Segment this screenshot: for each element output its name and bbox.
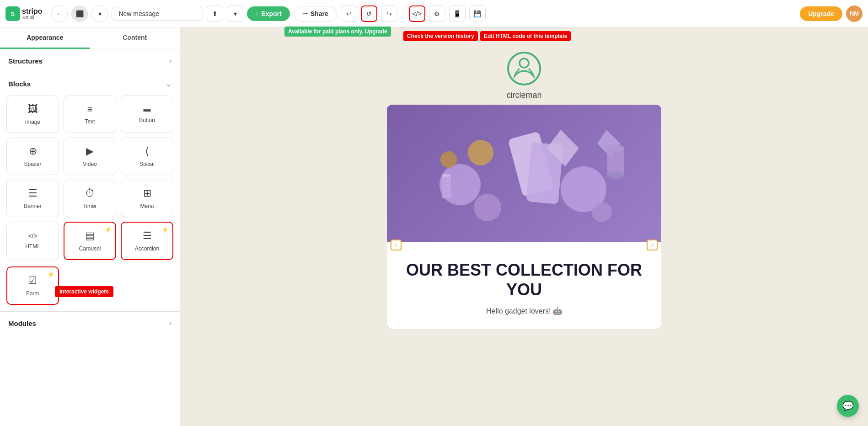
panel-tabs: Appearance Content (0, 27, 180, 49)
chat-button[interactable]: 💬 (837, 395, 859, 417)
email-preview: circleman ⤡ ⤢ (382, 41, 666, 329)
banner-icon: ☰ (28, 187, 38, 199)
toolbar: S stripo .email ← ⬛ ▾ New message ⬆ ▾ ↑ … (0, 0, 868, 27)
export-button[interactable]: ↑ Export (247, 6, 289, 21)
structures-section[interactable]: Structures › (0, 49, 180, 72)
export-icon: ↑ (255, 10, 258, 17)
accordion-label: Accordion (135, 245, 159, 252)
form-lightning-icon: ⚡ (47, 271, 54, 278)
brand-name: circleman (506, 91, 541, 100)
template-view-button[interactable]: ⬛ (71, 5, 88, 22)
banner-3d-objects (387, 105, 661, 242)
email-banner: ⤡ ⤢ (387, 105, 661, 329)
settings-button[interactable]: ⚙ (429, 5, 445, 22)
edit-html-button[interactable]: </> (409, 5, 425, 22)
undo-button[interactable]: ↩ (341, 5, 357, 22)
svg-rect-18 (442, 176, 451, 198)
svg-point-4 (520, 59, 529, 68)
template-name: New message (112, 7, 203, 21)
upload-button[interactable]: ⬆ (207, 5, 223, 22)
selection-handle-bottom-right[interactable]: ⤢ (647, 240, 658, 250)
structures-title: Structures (8, 57, 43, 65)
share-icon: ⇀ (302, 10, 308, 17)
video-icon: ▶ (86, 145, 94, 157)
tab-content[interactable]: Content (90, 27, 180, 49)
svg-point-3 (508, 53, 540, 85)
upload-dropdown[interactable]: ▾ (227, 5, 243, 22)
spacer-label: Spacer (24, 161, 41, 167)
template-view-dropdown[interactable]: ▾ (91, 5, 108, 22)
tab-appearance[interactable]: Appearance (0, 27, 90, 49)
separator (403, 7, 403, 20)
logo: S stripo .email (5, 6, 42, 21)
banner-label: Banner (24, 203, 42, 209)
version-history-button[interactable]: ↺ (361, 5, 377, 22)
banner-content: OUR BEST COLLECTION FOR YOU Hello gadget… (387, 242, 661, 329)
blocks-chevron: ⌄ (166, 80, 171, 88)
text-label: Text (85, 118, 95, 125)
menu-icon: ⊞ (143, 187, 151, 199)
block-item-social[interactable]: ⟨ Social (121, 138, 173, 175)
banner-subtitle: Hello gadget lovers! 🤖 (401, 307, 648, 315)
mobile-preview-button[interactable]: 📱 (449, 5, 466, 22)
svg-point-9 (468, 140, 493, 165)
block-item-spacer[interactable]: ⊕ Spacer (6, 138, 59, 175)
blocks-title: Blocks (8, 80, 31, 88)
block-item-banner[interactable]: ☰ Banner (6, 180, 59, 217)
back-button[interactable]: ← (51, 5, 68, 22)
block-item-text[interactable]: ≡ Text (64, 96, 116, 133)
carousel-label: Carousel (79, 245, 101, 252)
banner-top (387, 105, 661, 242)
social-icon: ⟨ (145, 145, 149, 157)
left-panel: Appearance Content Structures › Blocks ⌄… (0, 27, 180, 426)
accordion-icon: ☰ (143, 230, 152, 242)
social-label: Social (139, 161, 155, 167)
save-button[interactable]: 💾 (469, 5, 486, 22)
image-icon: 🖼 (28, 103, 38, 115)
html-icon: </> (28, 232, 37, 240)
svg-point-10 (440, 151, 457, 168)
modules-section[interactable]: Modules › (0, 311, 180, 335)
block-item-image[interactable]: 🖼 Image (6, 96, 59, 133)
blocks-section[interactable]: Blocks ⌄ (0, 72, 180, 96)
selection-handle-bottom-left[interactable]: ⤡ (391, 240, 402, 250)
blocks-grid: 🖼 Image ≡ Text ▬ Button ⊕ Spacer ▶ Vide (0, 96, 180, 266)
svg-point-19 (442, 174, 451, 177)
modules-title: Modules (8, 320, 36, 327)
logo-domain: .email (22, 15, 42, 20)
text-icon: ≡ (87, 104, 93, 115)
interactive-widgets-label: Interactive widgets (55, 286, 113, 297)
content-area: circleman ⤡ ⤢ (180, 27, 868, 426)
svg-point-6 (474, 194, 501, 221)
main-layout: Appearance Content Structures › Blocks ⌄… (0, 27, 868, 426)
block-item-carousel[interactable]: ⚡ ▤ Carousel (64, 222, 116, 260)
accordion-lightning-icon: ⚡ (161, 226, 169, 233)
image-label: Image (25, 119, 40, 125)
svg-text:S: S (11, 11, 15, 17)
button-label: Button (139, 117, 155, 123)
block-item-video[interactable]: ▶ Video (64, 138, 116, 175)
email-header: circleman (382, 41, 666, 105)
video-label: Video (83, 161, 96, 167)
block-item-html[interactable]: </> HTML (6, 222, 59, 260)
avatar: NM (846, 5, 863, 22)
button-icon: ▬ (144, 105, 151, 113)
timer-icon: ⏱ (85, 187, 95, 199)
html-label: HTML (25, 243, 40, 250)
block-item-menu[interactable]: ⊞ Menu (121, 180, 173, 217)
modules-chevron: › (169, 319, 171, 327)
timer-label: Timer (83, 203, 96, 209)
block-item-timer[interactable]: ⏱ Timer (64, 180, 116, 217)
logo-text: stripo (22, 8, 42, 15)
block-item-accordion[interactable]: ⚡ ☰ Accordion (121, 222, 173, 260)
form-icon: ☑ (28, 275, 37, 287)
menu-label: Menu (140, 203, 154, 209)
carousel-lightning-icon: ⚡ (104, 226, 112, 233)
upgrade-button[interactable]: Upgrade (800, 6, 842, 21)
brand-logo (506, 50, 542, 87)
svg-point-17 (607, 172, 624, 179)
block-item-form[interactable]: ⚡ ☑ Form (6, 266, 59, 305)
block-item-button[interactable]: ▬ Button (121, 96, 173, 133)
share-button[interactable]: ⇀ Share (294, 6, 337, 21)
redo-button[interactable]: ↪ (381, 5, 397, 22)
